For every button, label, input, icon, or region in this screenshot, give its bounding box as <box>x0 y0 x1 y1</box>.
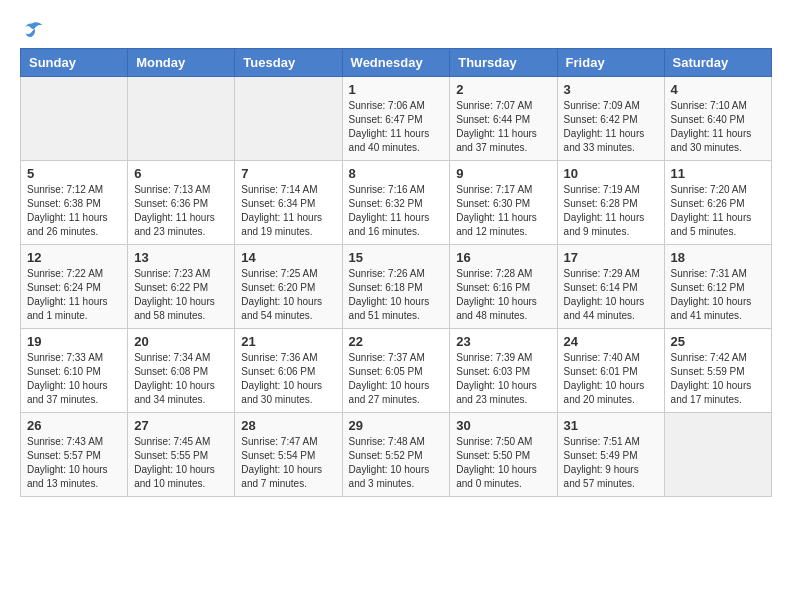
day-info: Sunrise: 7:48 AM Sunset: 5:52 PM Dayligh… <box>349 435 444 491</box>
day-number: 27 <box>134 418 228 433</box>
weekday-header: Saturday <box>664 49 771 77</box>
calendar-cell: 10Sunrise: 7:19 AM Sunset: 6:28 PM Dayli… <box>557 161 664 245</box>
weekday-header: Friday <box>557 49 664 77</box>
day-number: 25 <box>671 334 765 349</box>
day-number: 23 <box>456 334 550 349</box>
day-info: Sunrise: 7:23 AM Sunset: 6:22 PM Dayligh… <box>134 267 228 323</box>
calendar-cell: 29Sunrise: 7:48 AM Sunset: 5:52 PM Dayli… <box>342 413 450 497</box>
day-info: Sunrise: 7:17 AM Sunset: 6:30 PM Dayligh… <box>456 183 550 239</box>
calendar-week-row: 19Sunrise: 7:33 AM Sunset: 6:10 PM Dayli… <box>21 329 772 413</box>
calendar-cell: 17Sunrise: 7:29 AM Sunset: 6:14 PM Dayli… <box>557 245 664 329</box>
day-number: 28 <box>241 418 335 433</box>
day-info: Sunrise: 7:22 AM Sunset: 6:24 PM Dayligh… <box>27 267 121 323</box>
day-number: 17 <box>564 250 658 265</box>
day-info: Sunrise: 7:07 AM Sunset: 6:44 PM Dayligh… <box>456 99 550 155</box>
day-number: 12 <box>27 250 121 265</box>
day-number: 8 <box>349 166 444 181</box>
calendar-cell: 24Sunrise: 7:40 AM Sunset: 6:01 PM Dayli… <box>557 329 664 413</box>
calendar-cell <box>235 77 342 161</box>
day-number: 20 <box>134 334 228 349</box>
day-info: Sunrise: 7:31 AM Sunset: 6:12 PM Dayligh… <box>671 267 765 323</box>
day-info: Sunrise: 7:47 AM Sunset: 5:54 PM Dayligh… <box>241 435 335 491</box>
day-info: Sunrise: 7:42 AM Sunset: 5:59 PM Dayligh… <box>671 351 765 407</box>
calendar-cell: 1Sunrise: 7:06 AM Sunset: 6:47 PM Daylig… <box>342 77 450 161</box>
calendar-cell: 7Sunrise: 7:14 AM Sunset: 6:34 PM Daylig… <box>235 161 342 245</box>
calendar-header-row: SundayMondayTuesdayWednesdayThursdayFrid… <box>21 49 772 77</box>
day-number: 4 <box>671 82 765 97</box>
day-info: Sunrise: 7:16 AM Sunset: 6:32 PM Dayligh… <box>349 183 444 239</box>
calendar-cell: 31Sunrise: 7:51 AM Sunset: 5:49 PM Dayli… <box>557 413 664 497</box>
day-number: 11 <box>671 166 765 181</box>
day-number: 13 <box>134 250 228 265</box>
day-info: Sunrise: 7:29 AM Sunset: 6:14 PM Dayligh… <box>564 267 658 323</box>
calendar-cell: 23Sunrise: 7:39 AM Sunset: 6:03 PM Dayli… <box>450 329 557 413</box>
calendar-cell: 2Sunrise: 7:07 AM Sunset: 6:44 PM Daylig… <box>450 77 557 161</box>
day-info: Sunrise: 7:37 AM Sunset: 6:05 PM Dayligh… <box>349 351 444 407</box>
day-number: 19 <box>27 334 121 349</box>
day-info: Sunrise: 7:43 AM Sunset: 5:57 PM Dayligh… <box>27 435 121 491</box>
day-number: 2 <box>456 82 550 97</box>
day-info: Sunrise: 7:28 AM Sunset: 6:16 PM Dayligh… <box>456 267 550 323</box>
day-info: Sunrise: 7:20 AM Sunset: 6:26 PM Dayligh… <box>671 183 765 239</box>
calendar-cell: 26Sunrise: 7:43 AM Sunset: 5:57 PM Dayli… <box>21 413 128 497</box>
calendar-cell: 8Sunrise: 7:16 AM Sunset: 6:32 PM Daylig… <box>342 161 450 245</box>
day-number: 30 <box>456 418 550 433</box>
day-number: 18 <box>671 250 765 265</box>
day-info: Sunrise: 7:14 AM Sunset: 6:34 PM Dayligh… <box>241 183 335 239</box>
calendar-cell: 20Sunrise: 7:34 AM Sunset: 6:08 PM Dayli… <box>128 329 235 413</box>
calendar-table: SundayMondayTuesdayWednesdayThursdayFrid… <box>20 48 772 497</box>
calendar-cell: 14Sunrise: 7:25 AM Sunset: 6:20 PM Dayli… <box>235 245 342 329</box>
day-number: 16 <box>456 250 550 265</box>
day-number: 15 <box>349 250 444 265</box>
calendar-cell: 21Sunrise: 7:36 AM Sunset: 6:06 PM Dayli… <box>235 329 342 413</box>
day-info: Sunrise: 7:45 AM Sunset: 5:55 PM Dayligh… <box>134 435 228 491</box>
day-info: Sunrise: 7:25 AM Sunset: 6:20 PM Dayligh… <box>241 267 335 323</box>
calendar-cell <box>21 77 128 161</box>
calendar-cell: 25Sunrise: 7:42 AM Sunset: 5:59 PM Dayli… <box>664 329 771 413</box>
weekday-header: Sunday <box>21 49 128 77</box>
calendar-week-row: 1Sunrise: 7:06 AM Sunset: 6:47 PM Daylig… <box>21 77 772 161</box>
day-number: 9 <box>456 166 550 181</box>
day-number: 31 <box>564 418 658 433</box>
day-info: Sunrise: 7:51 AM Sunset: 5:49 PM Dayligh… <box>564 435 658 491</box>
day-info: Sunrise: 7:12 AM Sunset: 6:38 PM Dayligh… <box>27 183 121 239</box>
calendar-cell: 22Sunrise: 7:37 AM Sunset: 6:05 PM Dayli… <box>342 329 450 413</box>
weekday-header: Wednesday <box>342 49 450 77</box>
calendar-cell: 13Sunrise: 7:23 AM Sunset: 6:22 PM Dayli… <box>128 245 235 329</box>
calendar-cell: 9Sunrise: 7:17 AM Sunset: 6:30 PM Daylig… <box>450 161 557 245</box>
day-number: 5 <box>27 166 121 181</box>
calendar-cell <box>128 77 235 161</box>
day-number: 3 <box>564 82 658 97</box>
calendar-week-row: 26Sunrise: 7:43 AM Sunset: 5:57 PM Dayli… <box>21 413 772 497</box>
day-info: Sunrise: 7:19 AM Sunset: 6:28 PM Dayligh… <box>564 183 658 239</box>
weekday-header: Tuesday <box>235 49 342 77</box>
calendar-cell: 27Sunrise: 7:45 AM Sunset: 5:55 PM Dayli… <box>128 413 235 497</box>
day-info: Sunrise: 7:33 AM Sunset: 6:10 PM Dayligh… <box>27 351 121 407</box>
weekday-header: Thursday <box>450 49 557 77</box>
day-number: 24 <box>564 334 658 349</box>
calendar-cell: 6Sunrise: 7:13 AM Sunset: 6:36 PM Daylig… <box>128 161 235 245</box>
calendar-week-row: 5Sunrise: 7:12 AM Sunset: 6:38 PM Daylig… <box>21 161 772 245</box>
day-number: 14 <box>241 250 335 265</box>
day-number: 1 <box>349 82 444 97</box>
day-number: 10 <box>564 166 658 181</box>
calendar-cell: 11Sunrise: 7:20 AM Sunset: 6:26 PM Dayli… <box>664 161 771 245</box>
day-info: Sunrise: 7:50 AM Sunset: 5:50 PM Dayligh… <box>456 435 550 491</box>
day-info: Sunrise: 7:36 AM Sunset: 6:06 PM Dayligh… <box>241 351 335 407</box>
day-info: Sunrise: 7:09 AM Sunset: 6:42 PM Dayligh… <box>564 99 658 155</box>
calendar-cell: 4Sunrise: 7:10 AM Sunset: 6:40 PM Daylig… <box>664 77 771 161</box>
day-number: 21 <box>241 334 335 349</box>
page-header <box>20 20 772 40</box>
weekday-header: Monday <box>128 49 235 77</box>
day-info: Sunrise: 7:26 AM Sunset: 6:18 PM Dayligh… <box>349 267 444 323</box>
logo-icon <box>20 20 44 40</box>
logo <box>20 20 48 40</box>
day-number: 7 <box>241 166 335 181</box>
calendar-cell: 18Sunrise: 7:31 AM Sunset: 6:12 PM Dayli… <box>664 245 771 329</box>
day-number: 26 <box>27 418 121 433</box>
day-info: Sunrise: 7:06 AM Sunset: 6:47 PM Dayligh… <box>349 99 444 155</box>
day-number: 29 <box>349 418 444 433</box>
calendar-cell <box>664 413 771 497</box>
day-info: Sunrise: 7:10 AM Sunset: 6:40 PM Dayligh… <box>671 99 765 155</box>
calendar-cell: 19Sunrise: 7:33 AM Sunset: 6:10 PM Dayli… <box>21 329 128 413</box>
